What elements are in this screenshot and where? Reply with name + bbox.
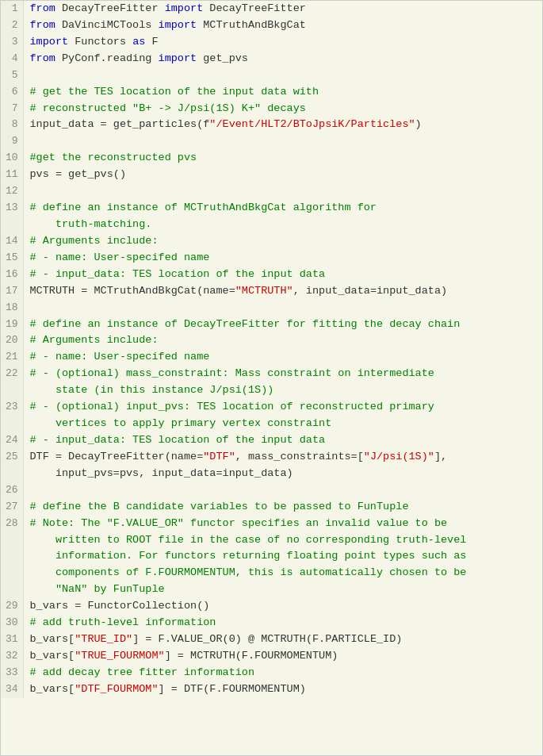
line-code: # add decay tree fitter information — [23, 665, 542, 681]
line-code: from DaVinciMCTools import MCTruthAndBkg… — [23, 17, 542, 34]
token-id: ) — [415, 118, 422, 130]
token-st: "MCTRUTH" — [235, 285, 293, 297]
table-row: 30# add truth-level information — [1, 615, 542, 631]
line-code: # - input_data: TES location of the inpu… — [23, 432, 542, 449]
line-number: 8 — [1, 117, 23, 133]
token-st: "/Event/HLT2/BToJpsiK/Particles" — [209, 118, 415, 130]
table-row: 13# define an instance of MCTruthAndBkgC… — [1, 200, 542, 233]
table-row: 20# Arguments include: — [1, 332, 542, 349]
line-code: import Functors as F — [23, 34, 542, 51]
line-number: 13 — [1, 200, 23, 233]
line-number: 22 — [1, 366, 23, 399]
token-id: , mass_constraints=[ — [235, 451, 364, 462]
token-st: "DTF" — [203, 451, 235, 462]
token-id: DTF = DecayTreeFitter(name= — [30, 451, 204, 462]
token-cm: # - (optional) mass_constraint: Mass con… — [30, 367, 434, 379]
table-row: 18 — [1, 300, 542, 317]
table-row: 31b_vars["TRUE_ID"] = F.VALUE_OR(0) @ MC… — [1, 631, 542, 648]
line-code: # - input_data: TES location of the inpu… — [23, 267, 542, 283]
line-number: 6 — [1, 84, 23, 101]
line-code — [23, 133, 542, 150]
token-cm: # - input_data: TES location of the inpu… — [30, 268, 326, 280]
line-code: b_vars["TRUE_ID"] = F.VALUE_OR(0) @ MCTR… — [23, 631, 542, 648]
table-row: 15# - name: User-specifed name — [1, 250, 542, 267]
token-cm: # Arguments include: — [30, 334, 159, 346]
table-row: 10#get the reconstructed pvs — [1, 150, 542, 167]
token-st: "TRUE_ID" — [75, 633, 132, 645]
line-code: # add truth-level information — [23, 615, 542, 631]
token-cm: # - name: User-specifed name — [30, 251, 210, 263]
line-number: 2 — [1, 17, 23, 34]
table-row: 2from DaVinciMCTools import MCTruthAndBk… — [1, 17, 542, 34]
line-number: 34 — [1, 681, 23, 698]
line-code: # define the B candidate variables to be… — [23, 499, 542, 516]
table-row: 29b_vars = FunctorCollection() — [1, 598, 542, 615]
line-code: # reconstructed "B+ -> J/psi(1S) K+" dec… — [23, 101, 542, 117]
token-id: b_vars[ — [30, 683, 75, 695]
token-id: input_data = get_particles(f — [30, 118, 210, 130]
token-id: , input_data=input_data) — [293, 285, 447, 297]
line-code: b_vars["DTF_FOURMOM"] = DTF(F.FOURMOMENT… — [23, 681, 542, 698]
token-cm: "NaN" by FunTuple — [30, 583, 165, 595]
line-number: 17 — [1, 283, 23, 300]
line-code: pvs = get_pvs() — [23, 167, 542, 183]
token-cm: # define the B candidate variables to be… — [30, 501, 409, 512]
token-id: ] = F.VALUE_OR(0) @ MCTRUTH(F.PARTICLE_I… — [132, 633, 402, 645]
table-row: 28# Note: The "F.VALUE_OR" functor speci… — [1, 516, 542, 599]
token-cm: truth-matching. — [30, 218, 152, 230]
line-number: 9 — [1, 133, 23, 150]
token-id: ] = MCTRUTH(F.FOURMOMENTUM) — [165, 650, 338, 662]
code-editor: 1from DecayTreeFitter import DecayTreeFi… — [0, 0, 543, 756]
token-st: "TRUE_FOURMOM" — [75, 650, 164, 662]
token-cm: information. For functors returning floa… — [30, 550, 467, 562]
token-id: ], — [434, 451, 447, 462]
token-kw: from — [30, 52, 55, 64]
table-row: 6# get the TES location of the input dat… — [1, 84, 542, 101]
line-code: # Arguments include: — [23, 233, 542, 250]
token-cm: components of F.FOURMOMENTUM, this is au… — [30, 566, 467, 578]
line-code: # - (optional) mass_constraint: Mass con… — [23, 366, 542, 399]
line-code: # define an instance of MCTruthAndBkgCat… — [23, 200, 542, 233]
token-id: DecayTreeFitter — [55, 2, 165, 14]
line-code — [23, 183, 542, 200]
line-number: 20 — [1, 332, 23, 349]
line-number: 16 — [1, 267, 23, 283]
table-row: 24# - input_data: TES location of the in… — [1, 432, 542, 449]
line-number: 32 — [1, 648, 23, 665]
table-row: 23# - (optional) input_pvs: TES location… — [1, 399, 542, 432]
token-cm: # define an instance of MCTruthAndBkgCat… — [30, 201, 377, 213]
line-number: 3 — [1, 34, 23, 51]
line-code: # - (optional) input_pvs: TES location o… — [23, 399, 542, 432]
table-row: 11pvs = get_pvs() — [1, 167, 542, 183]
token-id: b_vars[ — [30, 633, 75, 645]
line-code: MCTRUTH = MCTruthAndBkgCat(name="MCTRUTH… — [23, 283, 542, 300]
table-row: 33# add decay tree fitter information — [1, 665, 542, 681]
line-code: from PyConf.reading import get_pvs — [23, 51, 542, 67]
line-number: 28 — [1, 516, 23, 599]
token-st: "J/psi(1S)" — [364, 451, 434, 462]
token-id: get_pvs — [197, 52, 248, 64]
token-kw: from — [30, 2, 55, 14]
token-cm: vertices to apply primary vertex constra… — [30, 417, 332, 429]
token-id: DaVinciMCTools — [55, 19, 159, 31]
token-cm: #get the reconstructed pvs — [30, 152, 197, 163]
table-row: 3import Functors as F — [1, 34, 542, 51]
code-table: 1from DecayTreeFitter import DecayTreeFi… — [1, 1, 542, 698]
line-code: b_vars = FunctorCollection() — [23, 598, 542, 615]
line-number: 33 — [1, 665, 23, 681]
table-row: 1from DecayTreeFitter import DecayTreeFi… — [1, 1, 542, 17]
line-number: 31 — [1, 631, 23, 648]
line-code: # define an instance of DecayTreeFitter … — [23, 317, 542, 333]
table-row: 19# define an instance of DecayTreeFitte… — [1, 317, 542, 333]
token-cm: # - input_data: TES location of the inpu… — [30, 434, 326, 446]
token-cm: written to ROOT file in the case of no c… — [30, 534, 467, 546]
line-number: 18 — [1, 300, 23, 317]
token-id: ] = DTF(F.FOURMOMENTUM) — [159, 683, 306, 695]
line-number: 5 — [1, 67, 23, 84]
table-row: 5 — [1, 67, 542, 84]
token-id: MCTRUTH = MCTruthAndBkgCat(name= — [30, 285, 235, 297]
line-code: b_vars["TRUE_FOURMOM"] = MCTRUTH(F.FOURM… — [23, 648, 542, 665]
token-cm: # Arguments include: — [30, 235, 159, 247]
line-code — [23, 300, 542, 317]
token-id: input_pvs=pvs, input_data=input_data) — [30, 467, 293, 479]
